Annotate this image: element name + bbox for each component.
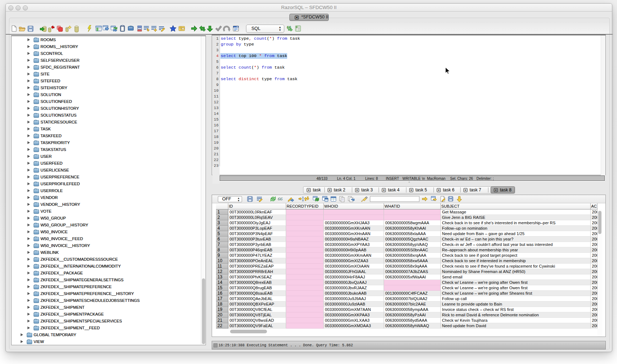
svg-text:66: 66 <box>287 25 291 30</box>
svg-text:66: 66 <box>278 196 283 202</box>
